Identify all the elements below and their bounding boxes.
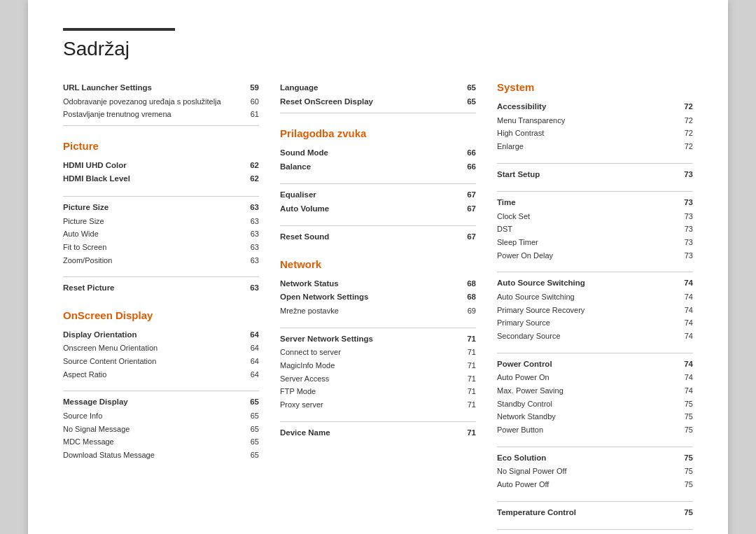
toc-label: Picture Size bbox=[63, 201, 242, 215]
toc-row: Language65 bbox=[280, 81, 476, 95]
toc-label: MDC Message bbox=[63, 435, 242, 449]
toc-num: 65 bbox=[242, 435, 259, 449]
toc-num: 72 bbox=[676, 127, 693, 140]
toc-label: Primary Source Recovery bbox=[497, 304, 676, 317]
toc-num: 73 bbox=[676, 236, 693, 249]
toc-label: Auto Power On bbox=[497, 371, 676, 384]
toc-row: Server Network Settings71 bbox=[280, 332, 476, 346]
toc-num: 74 bbox=[676, 290, 693, 304]
toc-num: 74 bbox=[676, 371, 693, 384]
toc-group: Time73Clock Set73DST73Sleep Timer73Power… bbox=[497, 196, 693, 262]
toc-num: 62 bbox=[242, 159, 259, 173]
toc-row: Sleep Timer73 bbox=[497, 236, 693, 249]
section-title: Picture bbox=[63, 140, 259, 152]
toc-num: 65 bbox=[459, 81, 476, 95]
toc-label: Connect to server bbox=[280, 346, 459, 359]
toc-num: 63 bbox=[242, 227, 259, 241]
toc-label: Menu Transparency bbox=[497, 114, 676, 127]
toc-label: Reset Picture bbox=[63, 281, 242, 295]
top-entries: Language65Reset OnScreen Display65 bbox=[280, 81, 476, 113]
toc-label: Odobravanje povezanog uređaja s poslužit… bbox=[63, 95, 242, 108]
toc-row: Primary Source74 bbox=[497, 316, 693, 330]
toc-num: 59 bbox=[242, 81, 259, 95]
toc-num: 75 bbox=[676, 478, 693, 491]
group-divider bbox=[497, 163, 693, 164]
toc-row: Reset Picture63 bbox=[63, 281, 259, 295]
toc-num: 66 bbox=[459, 146, 476, 160]
toc-label: Auto Source Switching bbox=[497, 276, 676, 290]
toc-label: DST bbox=[497, 223, 676, 236]
toc-label: Device Name bbox=[280, 426, 459, 440]
toc-group: Server Network Settings71Connect to serv… bbox=[280, 332, 476, 412]
toc-row: MDC Message65 bbox=[63, 435, 259, 449]
group-divider bbox=[63, 391, 259, 391]
toc-label: Clock Set bbox=[497, 210, 676, 223]
toc-label: Server Network Settings bbox=[280, 332, 459, 346]
toc-group: HDMI UHD Color62HDMI Black Level62 bbox=[63, 159, 259, 186]
toc-row: No Signal Power Off75 bbox=[497, 465, 693, 478]
toc-label: Temperature Control bbox=[497, 506, 676, 520]
toc-row: Fit to Screen63 bbox=[63, 241, 259, 254]
group-divider bbox=[63, 276, 259, 277]
toc-row: Auto Source Switching74 bbox=[497, 276, 693, 290]
toc-label: Reset Sound bbox=[280, 230, 459, 244]
toc-label: Network Status bbox=[280, 277, 459, 291]
toc-label: FTP Mode bbox=[280, 385, 459, 398]
toc-row: Secondary Source74 bbox=[497, 330, 693, 343]
toc-row: Network Status68 bbox=[280, 277, 476, 291]
toc-row: Auto Wide63 bbox=[63, 227, 259, 241]
toc-label: Enlarge bbox=[497, 140, 676, 153]
toc-row: Source Info65 bbox=[63, 409, 259, 423]
toc-num: 73 bbox=[676, 196, 693, 210]
toc-label: Secondary Source bbox=[497, 330, 676, 343]
toc-label: Message Display bbox=[63, 395, 242, 409]
toc-num: 74 bbox=[676, 384, 693, 398]
page-title: Sadržaj bbox=[63, 38, 693, 60]
toc-num: 65 bbox=[242, 409, 259, 423]
toc-label: Source Content Orientation bbox=[63, 355, 242, 368]
toc-num: 61 bbox=[242, 108, 259, 121]
toc-row: Auto Power On74 bbox=[497, 371, 693, 384]
toc-num: 63 bbox=[242, 254, 259, 267]
toc-label: Reset OnScreen Display bbox=[280, 95, 459, 109]
toc-label: Auto Source Switching bbox=[497, 290, 676, 304]
group-divider bbox=[497, 529, 693, 530]
toc-label: Picture Size bbox=[63, 215, 242, 228]
toc-row: Start Setup73 bbox=[497, 168, 693, 182]
toc-num: 74 bbox=[676, 316, 693, 330]
toc-label: No Signal Power Off bbox=[497, 465, 676, 478]
toc-row: Standby Control75 bbox=[497, 398, 693, 411]
toc-row: Connect to server71 bbox=[280, 346, 476, 359]
toc-label: Primary Source bbox=[497, 316, 676, 330]
section-title: Prilagodba zvuka bbox=[280, 127, 476, 139]
toc-label: HDMI UHD Color bbox=[63, 159, 242, 173]
toc-num: 65 bbox=[242, 423, 259, 436]
toc-num: 68 bbox=[459, 277, 476, 291]
toc-label: Fit to Screen bbox=[63, 241, 242, 254]
toc-row: DST73 bbox=[497, 223, 693, 236]
toc-num: 75 bbox=[676, 410, 693, 423]
toc-row: FTP Mode71 bbox=[280, 385, 476, 398]
group-divider bbox=[280, 225, 476, 226]
toc-label: HDMI Black Level bbox=[63, 172, 242, 186]
toc-num: 64 bbox=[242, 368, 259, 381]
toc-num: 74 bbox=[676, 276, 693, 290]
toc-num: 69 bbox=[459, 304, 476, 318]
toc-num: 67 bbox=[459, 188, 476, 202]
title-bar bbox=[63, 28, 175, 31]
toc-row: Postavljanje trenutnog vremena61 bbox=[63, 108, 259, 121]
toc-group: Auto Source Switching74Auto Source Switc… bbox=[497, 276, 693, 342]
toc-row: Auto Source Switching74 bbox=[497, 290, 693, 304]
group-divider bbox=[497, 353, 693, 353]
toc-label: Auto Volume bbox=[280, 202, 459, 216]
toc-row: HDMI Black Level62 bbox=[63, 172, 259, 186]
group-divider bbox=[280, 328, 476, 328]
toc-label: Sound Mode bbox=[280, 146, 459, 160]
toc-row: Message Display65 bbox=[63, 395, 259, 409]
toc-num: 71 bbox=[459, 359, 476, 372]
toc-row: Auto Volume67 bbox=[280, 202, 476, 216]
toc-row: Display Orientation64 bbox=[63, 328, 259, 342]
toc-num: 72 bbox=[676, 114, 693, 127]
toc-row: Power On Delay73 bbox=[497, 249, 693, 262]
toc-label: Start Setup bbox=[497, 168, 676, 182]
